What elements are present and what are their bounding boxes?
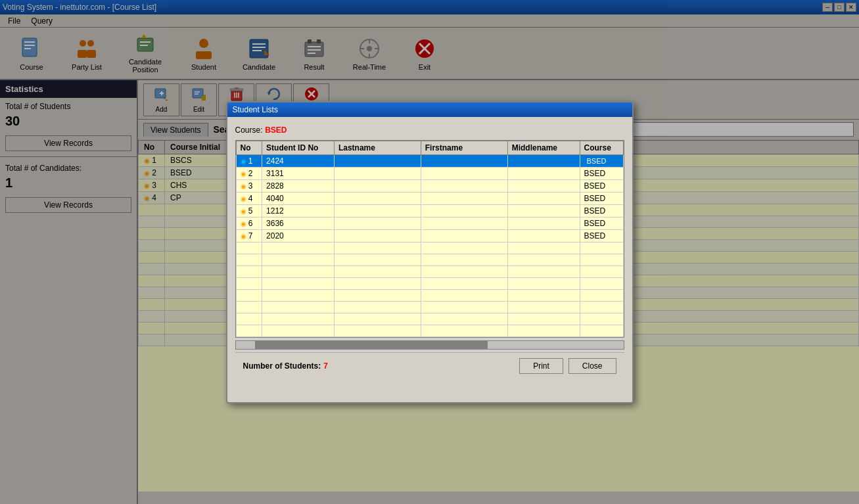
student-course: BSED: [580, 204, 623, 217]
modal-title: Student Lists: [233, 105, 278, 114]
student-course: BSED: [580, 179, 623, 192]
student-id: 2424: [262, 154, 335, 167]
student-lastname: [334, 204, 421, 217]
student-table-row[interactable]: ◉ 4 4040 BSED: [236, 192, 623, 204]
student-no: ◉ 7: [236, 229, 262, 242]
st-col-no: No: [236, 141, 262, 154]
student-id: 3131: [262, 167, 335, 179]
student-course: BSED: [580, 154, 623, 167]
modal-scrollbar[interactable]: [235, 340, 624, 350]
student-id: 3636: [262, 217, 335, 229]
modal-footer: Number of Students:7 Print Close: [235, 352, 624, 379]
student-no: ◉ 6: [236, 217, 262, 229]
print-btn[interactable]: Print: [519, 358, 563, 374]
modal-close-btn[interactable]: Close: [569, 358, 616, 374]
student-course: BSED: [580, 229, 623, 242]
student-lastname: [334, 167, 421, 179]
student-count-value: 7: [323, 361, 328, 371]
student-course: BSED: [580, 192, 623, 204]
modal-title-bar: Student Lists: [227, 103, 632, 117]
student-middlename: [507, 179, 580, 192]
student-firstname: [421, 154, 507, 167]
student-middlename: [507, 217, 580, 229]
student-middlename: [507, 229, 580, 242]
student-no: ◉ 5: [236, 204, 262, 217]
student-table-empty-row: [236, 265, 623, 277]
student-no: ◉ 4: [236, 192, 262, 204]
student-firstname: [421, 167, 507, 179]
student-lastname: [334, 179, 421, 192]
st-col-firstname: Firstname: [421, 141, 507, 154]
student-table-row[interactable]: ◉ 6 3636 BSED: [236, 217, 623, 229]
student-table-empty-row: [236, 301, 623, 313]
modal-footer-btns: Print Close: [519, 358, 616, 374]
st-col-lastname: Lastname: [334, 141, 421, 154]
student-lastname: [334, 217, 421, 229]
modal-course-label: Course: BSED: [235, 125, 624, 135]
student-middlename: [507, 192, 580, 204]
st-col-middlename: Middlename: [507, 141, 580, 154]
student-table-empty-row: [236, 277, 623, 289]
student-firstname: [421, 204, 507, 217]
student-table-row[interactable]: ◉ 3 2828 BSED: [236, 179, 623, 192]
student-table-container[interactable]: No Student ID No Lastname Firstname Midd…: [235, 140, 624, 338]
student-middlename: [507, 167, 580, 179]
student-no: ◉ 1: [236, 154, 262, 167]
student-id: 2020: [262, 229, 335, 242]
modal-body: Course: BSED No Student ID No Lastname F…: [227, 117, 632, 387]
student-firstname: [421, 229, 507, 242]
student-table-empty-row: [236, 325, 623, 336]
student-table-empty-row: [236, 242, 623, 254]
number-of-students-label: Number of Students:7: [243, 361, 328, 371]
student-firstname: [421, 179, 507, 192]
modal-scrollbar-thumb: [255, 341, 488, 349]
modal-overlay: Student Lists Course: BSED No Student ID…: [0, 0, 859, 504]
student-table-row[interactable]: ◉ 5 1212 BSED: [236, 204, 623, 217]
student-middlename: [507, 204, 580, 217]
student-id: 4040: [262, 192, 335, 204]
student-middlename: [507, 154, 580, 167]
student-table-row[interactable]: ◉ 2 3131 BSED: [236, 167, 623, 179]
student-firstname: [421, 217, 507, 229]
student-id: 1212: [262, 204, 335, 217]
student-table-row[interactable]: ◉ 7 2020 BSED: [236, 229, 623, 242]
student-firstname: [421, 192, 507, 204]
student-list-modal: Student Lists Course: BSED No Student ID…: [226, 101, 634, 403]
student-table: No Student ID No Lastname Firstname Midd…: [236, 141, 624, 337]
student-table-row[interactable]: ◉ 1 2424 BSED: [236, 154, 623, 167]
student-no: ◉ 2: [236, 167, 262, 179]
student-course: BSED: [580, 167, 623, 179]
modal-course-value: BSED: [265, 126, 287, 135]
student-no: ◉ 3: [236, 179, 262, 192]
student-lastname: [334, 192, 421, 204]
student-course: BSED: [580, 217, 623, 229]
student-table-empty-row: [236, 289, 623, 301]
student-lastname: [334, 154, 421, 167]
st-col-studentid: Student ID No: [262, 141, 335, 154]
student-table-empty-row: [236, 254, 623, 265]
student-table-empty-row: [236, 313, 623, 325]
student-lastname: [334, 229, 421, 242]
student-id: 2828: [262, 179, 335, 192]
st-col-course: Course: [580, 141, 623, 154]
